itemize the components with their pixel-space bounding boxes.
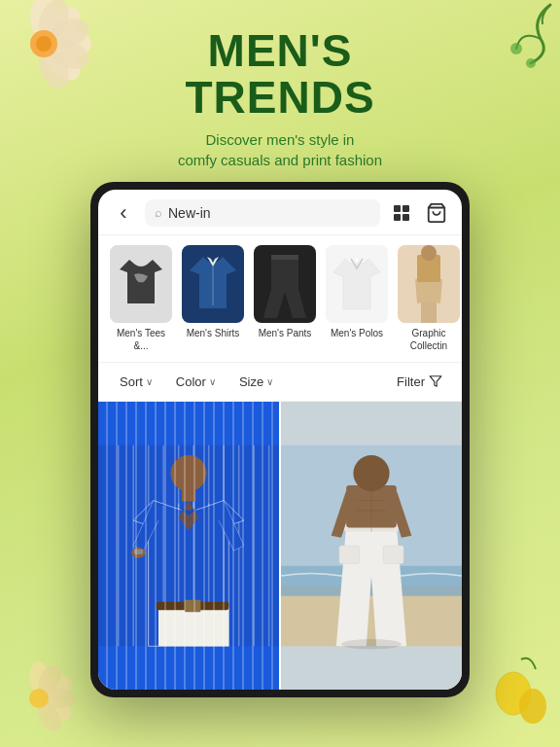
svg-rect-31 xyxy=(271,255,298,260)
category-item-pants[interactable]: Men's Pants xyxy=(254,245,316,352)
filter-label: Filter xyxy=(397,374,425,389)
stripe-overlay xyxy=(98,402,279,690)
cart-button[interactable] xyxy=(423,199,450,227)
sort-label: Sort xyxy=(120,374,143,389)
svg-point-21 xyxy=(519,689,546,724)
svg-rect-24 xyxy=(394,214,401,221)
filter-bar: Sort ∨ Color ∨ Size ∨ Filter xyxy=(98,362,462,402)
svg-point-76 xyxy=(341,639,402,649)
product-grid xyxy=(98,402,462,690)
svg-rect-23 xyxy=(402,205,409,212)
svg-point-75 xyxy=(353,455,389,491)
product-card-blue-shirt[interactable] xyxy=(98,402,279,690)
filter-button[interactable]: Filter xyxy=(389,371,450,393)
tablet-screen: ⌕ New-in xyxy=(98,190,462,690)
size-label: Size xyxy=(239,374,263,389)
category-img-polos xyxy=(326,245,388,323)
category-label-pants: Men's Pants xyxy=(259,327,312,339)
category-label-shirts: Men's Shirts xyxy=(187,327,240,339)
svg-rect-25 xyxy=(402,214,409,221)
category-img-shirts xyxy=(182,245,244,323)
category-img-tees xyxy=(110,245,172,323)
category-img-pants xyxy=(254,245,316,323)
category-label-polos: Men's Polos xyxy=(331,327,383,339)
hero-title: MEN'S TRENDS xyxy=(0,27,560,122)
flower-decoration-bottomleft xyxy=(0,659,78,737)
category-item-shirts[interactable]: Men's Shirts xyxy=(182,245,244,352)
color-chevron: ∨ xyxy=(209,376,216,387)
hero-section: MEN'S TRENDS Discover men's style incomf… xyxy=(0,0,560,182)
size-button[interactable]: Size ∨ xyxy=(229,371,283,393)
category-img-graphic xyxy=(398,245,460,323)
color-button[interactable]: Color ∨ xyxy=(166,371,226,393)
category-item-graphic[interactable]: Graphic Collectin xyxy=(398,245,460,352)
category-item-tees[interactable]: Men's Tees &... xyxy=(110,245,172,352)
search-input-wrapper[interactable]: ⌕ New-in xyxy=(145,199,380,227)
search-bar: ⌕ New-in xyxy=(98,190,462,235)
white-pants-image xyxy=(281,402,462,690)
grid-view-button[interactable] xyxy=(388,199,415,227)
tablet-device: ⌕ New-in xyxy=(90,182,470,697)
svg-rect-66 xyxy=(339,546,360,564)
svg-rect-67 xyxy=(383,546,403,564)
category-label-graphic: Graphic Collectin xyxy=(398,327,460,352)
category-label-tees: Men's Tees &... xyxy=(110,327,172,352)
svg-point-36 xyxy=(421,245,437,261)
category-scroll: Men's Tees &... Men's Shirts xyxy=(98,235,462,362)
back-button[interactable] xyxy=(110,199,137,227)
search-value: New-in xyxy=(168,205,211,221)
sort-button[interactable]: Sort ∨ xyxy=(110,371,162,393)
product-card-white-pants[interactable] xyxy=(281,402,462,690)
svg-point-18 xyxy=(29,689,49,708)
fruit-decoration-bottomright xyxy=(492,650,550,728)
size-chevron: ∨ xyxy=(266,376,273,387)
color-label: Color xyxy=(176,374,206,389)
filter-icon xyxy=(429,374,442,388)
svg-rect-22 xyxy=(394,205,401,212)
sort-chevron: ∨ xyxy=(146,376,153,387)
category-item-polos[interactable]: Men's Polos xyxy=(326,245,388,352)
hero-subtitle: Discover men's style incomfy casuals and… xyxy=(0,129,560,170)
svg-marker-37 xyxy=(430,376,441,387)
search-icon: ⌕ xyxy=(155,205,162,220)
